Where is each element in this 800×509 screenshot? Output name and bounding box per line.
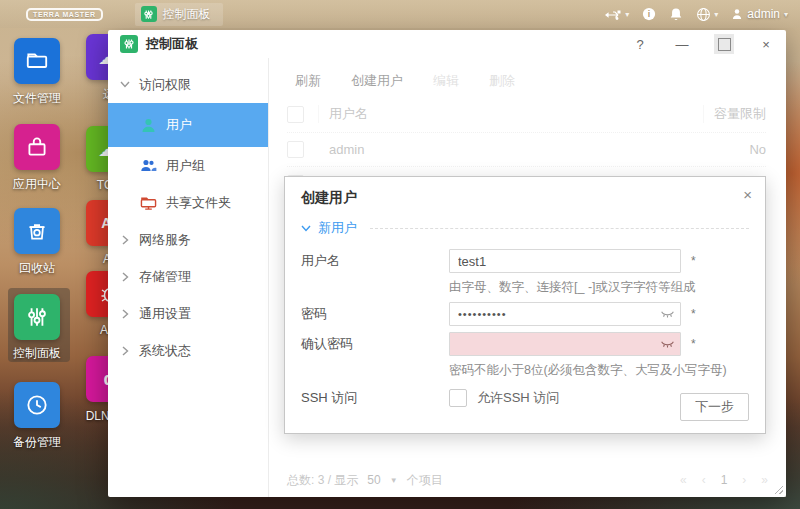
window-title: 控制面板 (146, 35, 198, 53)
close-window-button[interactable]: × (756, 34, 776, 54)
password-hint: 密码不能小于8位(必须包含数字、大写及小写字母) (449, 362, 749, 379)
section-label: 新用户 (318, 219, 357, 237)
window-controls: ? — × (630, 34, 776, 54)
desktop-icon-label[interactable]: 回收站 (0, 260, 75, 277)
sidebar-item-label: 共享文件夹 (166, 194, 231, 212)
taskbar-item-label: 控制面板 (163, 6, 211, 23)
sidebar-group-label: 系统状态 (139, 342, 191, 360)
sidebar-group-system[interactable]: 系统状态 (108, 332, 268, 369)
sidebar-item-label: 用户组 (166, 157, 205, 175)
user-icon (731, 8, 743, 21)
maximize-button[interactable] (714, 34, 734, 54)
users-icon (140, 158, 157, 173)
password-input[interactable] (449, 302, 681, 326)
chevron-down-icon (301, 225, 311, 232)
create-user-dialog: 创建用户 × 新用户 用户名 * (284, 176, 766, 434)
desktop-icon-label[interactable]: 应用中心 (0, 176, 75, 193)
chevron-right-icon (120, 309, 130, 319)
password-row: 密码 * (301, 302, 749, 326)
user-menu[interactable]: admin ▾ (731, 7, 788, 21)
password-label: 密码 (301, 305, 449, 323)
help-button[interactable]: ? (630, 34, 650, 54)
dialog-title: 创建用户 (301, 189, 749, 207)
minimize-button[interactable]: — (672, 34, 692, 54)
file-manager-icon[interactable] (14, 38, 60, 84)
control-panel-window: 控制面板 ? — × 访问权限 用户 用 (108, 30, 786, 497)
required-asterisk: * (691, 337, 696, 351)
confirm-password-label: 确认密码 (301, 335, 449, 353)
info-icon: i (642, 7, 656, 21)
backup-manager-icon[interactable] (14, 382, 60, 428)
username-input[interactable] (449, 249, 681, 273)
taskbar-item-control-panel[interactable]: 控制面板 (135, 3, 223, 26)
new-user-section-header[interactable]: 新用户 (301, 219, 749, 237)
sidebar-group-label: 存储管理 (139, 268, 191, 286)
trash-icon (24, 218, 50, 244)
eye-closed-icon[interactable] (660, 340, 675, 349)
globe-icon (696, 7, 711, 22)
external-device-menu[interactable]: ▾ (605, 8, 629, 21)
user-icon (140, 117, 157, 134)
confirm-password-row: 确认密码 * (301, 332, 749, 356)
window-titlebar[interactable]: 控制面板 ? — × (108, 30, 786, 58)
ssh-checkbox-label: 允许SSH 访问 (477, 389, 559, 407)
next-step-button[interactable]: 下一步 (680, 393, 749, 421)
desktop: 文件管理 应用中心 回收站 控制面板 备份管理 ☁ 远 ☁ TOS Ar Ar … (0, 0, 800, 509)
ssh-label: SSH 访问 (301, 389, 449, 407)
confirm-password-input[interactable] (449, 332, 681, 356)
desktop-icon-label[interactable]: 控制面板 (0, 345, 75, 362)
sliders-icon (24, 304, 50, 330)
info-button[interactable]: i (642, 7, 656, 21)
required-asterisk: * (691, 307, 696, 321)
sidebar-group-storage[interactable]: 存储管理 (108, 258, 268, 295)
maximize-icon (718, 38, 731, 51)
username-hint: 由字母、数字、连接符[_ -]或汉字字符等组成 (449, 279, 749, 296)
sidebar-item-users[interactable]: 用户 (108, 103, 268, 147)
sidebar-group-access[interactable]: 访问权限 (108, 66, 268, 103)
sidebar-item-label: 用户 (166, 116, 192, 134)
content-pane: 刷新 创建用户 编辑 删除 用户名 容量限制 admin No (269, 58, 786, 497)
usb-icon (605, 8, 622, 21)
clock-icon (24, 392, 50, 418)
required-asterisk: * (691, 254, 696, 268)
shared-folder-icon (140, 195, 157, 211)
recycle-bin-icon[interactable] (14, 208, 60, 254)
sidebar-item-user-groups[interactable]: 用户组 (108, 147, 268, 184)
notifications-button[interactable] (669, 7, 683, 22)
sidebar-group-general[interactable]: 通用设置 (108, 295, 268, 332)
sidebar-group-label: 访问权限 (139, 76, 191, 94)
chevron-down-icon: ▾ (784, 10, 788, 19)
terramaster-logo: TERRA MASTER (26, 8, 103, 21)
control-panel-mini-icon (141, 6, 157, 22)
chevron-down-icon: ▾ (625, 10, 629, 19)
svg-text:i: i (648, 9, 650, 19)
create-user-form: 用户名 * 由字母、数字、连接符[_ -]或汉字字符等组成 密码 (301, 249, 749, 407)
sidebar: 访问权限 用户 用户组 共享文件夹 网络服务 (108, 58, 269, 497)
sidebar-group-label: 通用设置 (139, 305, 191, 323)
bell-icon (669, 7, 683, 22)
username-label: admin (747, 7, 780, 21)
folder-icon (24, 48, 50, 74)
chevron-down-icon (120, 81, 130, 88)
desktop-icon-label[interactable]: 文件管理 (0, 90, 75, 107)
section-divider (370, 228, 749, 229)
ssh-checkbox[interactable] (449, 389, 467, 407)
topbar: TERRA MASTER 控制面板 ▾ i ▾ a (0, 0, 800, 28)
chevron-down-icon: ▾ (714, 10, 718, 19)
sidebar-group-network[interactable]: 网络服务 (108, 221, 268, 258)
language-menu[interactable]: ▾ (696, 7, 718, 22)
sidebar-group-label: 网络服务 (139, 231, 191, 249)
window-body: 访问权限 用户 用户组 共享文件夹 网络服务 (108, 58, 786, 497)
eye-closed-icon[interactable] (660, 310, 675, 319)
username-row: 用户名 * (301, 249, 749, 273)
sidebar-item-shared-folders[interactable]: 共享文件夹 (108, 184, 268, 221)
desktop-icon-label[interactable]: 备份管理 (0, 434, 75, 451)
control-panel-window-icon (120, 35, 138, 53)
app-center-icon[interactable] (14, 124, 60, 170)
topbar-right: ▾ i ▾ admin ▾ (605, 7, 788, 22)
close-dialog-button[interactable]: × (743, 186, 752, 203)
chevron-right-icon (120, 235, 130, 245)
control-panel-icon[interactable] (14, 294, 60, 340)
chevron-right-icon (120, 346, 130, 356)
chevron-right-icon (120, 272, 130, 282)
